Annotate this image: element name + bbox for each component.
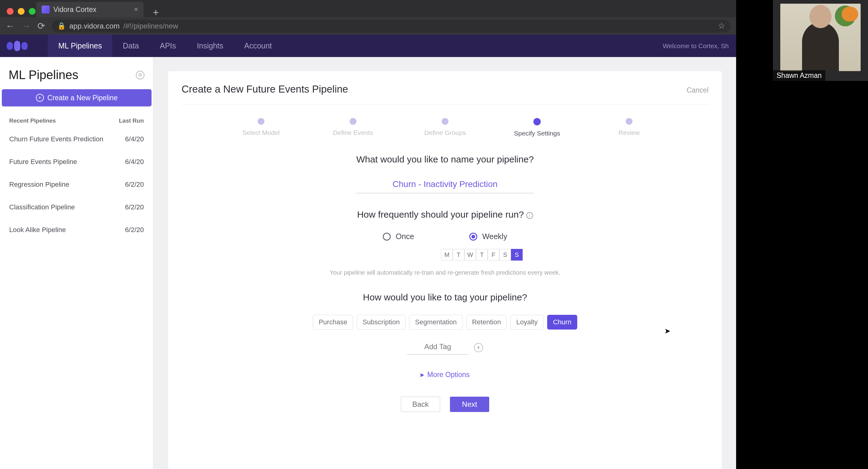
forward-icon[interactable]: →: [22, 21, 31, 31]
plus-circle-icon: +: [36, 94, 44, 102]
day-tue[interactable]: T: [453, 249, 464, 261]
sidebar: ML Pipelines ⚙ + Create a New Pipeline R…: [0, 57, 153, 469]
video-participant-tile[interactable]: Shawn Azman: [773, 0, 868, 81]
pipeline-row[interactable]: Classification Pipeline6/2/20: [0, 196, 153, 219]
nav-items: ML Pipelines Data APIs Insights Account: [48, 35, 282, 57]
mouse-cursor-icon: ➤: [664, 327, 671, 335]
app-navbar: ML Pipelines Data APIs Insights Account …: [0, 35, 736, 57]
col-header-name: Recent Pipelines: [9, 118, 56, 124]
add-tag-button[interactable]: +: [474, 343, 483, 352]
day-thu[interactable]: T: [476, 249, 488, 261]
app-logo-icon[interactable]: [7, 39, 29, 53]
back-button[interactable]: Back: [401, 397, 440, 412]
tab-title: Vidora Cortex: [53, 5, 130, 14]
address-row: ← → ⟳ 🔒 app.vidora.com/#!/pipelines/new …: [0, 17, 736, 35]
pipeline-row[interactable]: Churn Future Events Prediction6/4/20: [0, 128, 153, 150]
step-define-events[interactable]: Define Events: [332, 118, 374, 137]
question-frequency: How frequently should your pipeline run?…: [182, 209, 709, 220]
tag-segmentation[interactable]: Segmentation: [409, 315, 463, 330]
question-name: What would you like to name your pipelin…: [182, 154, 709, 165]
participant-name: Shawn Azman: [773, 70, 825, 81]
next-button[interactable]: Next: [450, 397, 489, 412]
maximize-window-icon[interactable]: [29, 8, 36, 15]
pipeline-row[interactable]: Look Alike Pipeline6/2/20: [0, 219, 153, 241]
tag-purchase[interactable]: Purchase: [313, 315, 353, 330]
day-mon[interactable]: M: [441, 249, 453, 261]
tab-close-icon[interactable]: ×: [134, 5, 138, 13]
day-of-week-picker: M T W T F S S: [255, 249, 709, 261]
mac-window-controls: [7, 8, 36, 15]
add-tag-input[interactable]: [407, 341, 468, 355]
day-sat[interactable]: S: [499, 249, 511, 261]
address-bar[interactable]: 🔒 app.vidora.com/#!/pipelines/new ☆: [52, 20, 731, 33]
nav-data[interactable]: Data: [112, 35, 149, 57]
video-feed: [780, 4, 861, 71]
person-silhouette-icon: [802, 22, 839, 71]
step-specify-settings[interactable]: Specify Settings: [516, 118, 559, 137]
tag-retention[interactable]: Retention: [466, 315, 507, 330]
question-tag: How would you like to tag your pipeline?: [182, 292, 709, 303]
page-title: Create a New Future Events Pipeline: [182, 83, 348, 95]
step-define-groups[interactable]: Define Groups: [424, 118, 466, 137]
settings-gear-icon[interactable]: ⚙: [136, 71, 145, 79]
day-fri[interactable]: F: [488, 249, 499, 261]
pipeline-row[interactable]: Future Events Pipeline6/4/20: [0, 150, 153, 173]
step-review[interactable]: Review: [608, 118, 651, 137]
triangle-right-icon: ▶: [421, 372, 424, 378]
recent-pipelines-table: Recent Pipelines Last Run Churn Future E…: [0, 118, 153, 241]
create-pipeline-label: Create a New Pipeline: [48, 94, 118, 102]
reload-icon[interactable]: ⟳: [37, 21, 45, 31]
main-area: Create a New Future Events Pipeline Canc…: [153, 57, 736, 469]
tag-loyalty[interactable]: Loyalty: [510, 315, 544, 330]
wizard-stepper: Select Model Define Events Define Groups…: [182, 118, 709, 137]
favicon-icon: [42, 5, 50, 13]
day-sun[interactable]: S: [511, 249, 523, 261]
nav-ml-pipelines[interactable]: ML Pipelines: [48, 35, 112, 57]
step-select-model[interactable]: Select Model: [240, 118, 282, 137]
close-window-icon[interactable]: [7, 8, 13, 15]
create-pipeline-button[interactable]: + Create a New Pipeline: [2, 89, 152, 106]
back-icon[interactable]: ←: [5, 21, 15, 31]
browser-chrome: Vidora Cortex × ＋ ← → ⟳ 🔒 app.vidora.com…: [0, 0, 736, 35]
info-icon[interactable]: i: [526, 212, 533, 219]
nav-apis[interactable]: APIs: [149, 35, 186, 57]
wizard-card: Create a New Future Events Pipeline Canc…: [168, 71, 722, 469]
nav-account[interactable]: Account: [234, 35, 282, 57]
nav-insights[interactable]: Insights: [186, 35, 234, 57]
pipeline-name-input[interactable]: [356, 177, 534, 193]
more-options-toggle[interactable]: ▶ More Options: [182, 371, 709, 379]
radio-once[interactable]: Once: [383, 232, 414, 241]
browser-tab[interactable]: Vidora Cortex ×: [36, 2, 144, 17]
cancel-link[interactable]: Cancel: [686, 86, 709, 94]
minimize-window-icon[interactable]: [18, 8, 25, 15]
tag-subscription[interactable]: Subscription: [357, 315, 405, 330]
radio-weekly[interactable]: Weekly: [469, 232, 507, 241]
lock-icon: 🔒: [57, 22, 66, 30]
pipeline-row[interactable]: Regression Pipeline6/2/20: [0, 173, 153, 196]
frequency-hint: Your pipeline will automatically re-trai…: [182, 269, 709, 276]
day-wed[interactable]: W: [464, 249, 476, 261]
sidebar-title: ML Pipelines: [8, 68, 79, 82]
tag-churn[interactable]: Churn: [547, 315, 577, 330]
url-path: /#!/pipelines/new: [123, 22, 178, 30]
col-header-lastrun: Last Run: [119, 118, 144, 124]
url-host: app.vidora.com: [69, 22, 120, 30]
tag-row: Purchase Subscription Segmentation Reten…: [182, 315, 709, 330]
bookmark-star-icon[interactable]: ☆: [718, 21, 725, 31]
welcome-text: Welcome to Cortex, Sh: [662, 42, 729, 49]
